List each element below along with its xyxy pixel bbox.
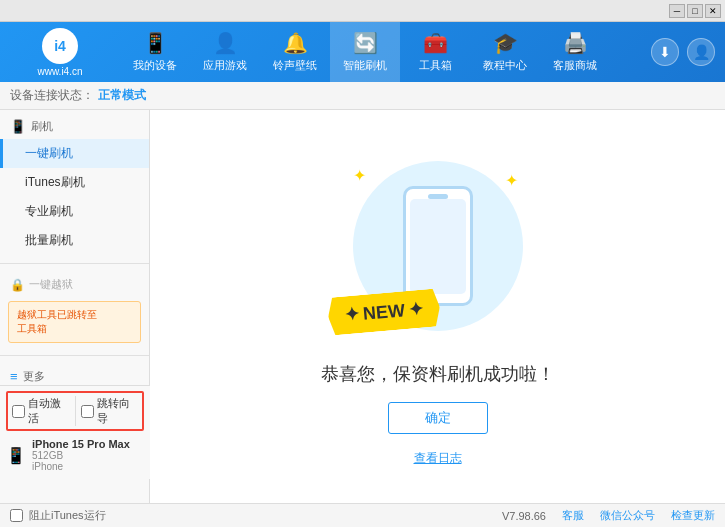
sidebar-item-one-key-flash[interactable]: 一键刷机 [0, 139, 149, 168]
version-label: V7.98.66 [502, 510, 546, 522]
main-layout: 📱 刷机 一键刷机 iTunes刷机 专业刷机 批量刷机 🔒 一键越狱 [0, 110, 725, 503]
wechat-link[interactable]: 微信公众号 [600, 508, 655, 523]
sidebar: 📱 刷机 一键刷机 iTunes刷机 专业刷机 批量刷机 🔒 一键越狱 [0, 110, 150, 503]
nav-toolbox-label: 工具箱 [419, 58, 452, 73]
service-icon: 🖨️ [563, 31, 588, 55]
tutorial-icon: 🎓 [493, 31, 518, 55]
device-name: iPhone 15 Pro Max [32, 438, 130, 450]
nav-apps-games[interactable]: 👤 应用游戏 [190, 22, 260, 82]
footer: 阻止iTunes运行 V7.98.66 客服 微信公众号 检查更新 [0, 503, 725, 527]
success-text: 恭喜您，保资料刷机成功啦！ [321, 362, 555, 386]
status-bar: 设备连接状态： 正常模式 [0, 82, 725, 110]
phone-screen [410, 199, 466, 294]
itunes-flash-label: iTunes刷机 [25, 175, 85, 189]
phone-illustration: ✦ ✦ ✦ NEW ✦ [338, 146, 538, 346]
checkbox-row: 自动激活 跳转向导 [6, 391, 144, 431]
nav-service[interactable]: 🖨️ 客服商城 [540, 22, 610, 82]
nav-smart-flash-label: 智能刷机 [343, 58, 387, 73]
flash-section-icon: 📱 [10, 119, 26, 134]
jailbreak-note: 越狱工具已跳转至工具箱 [8, 301, 141, 343]
maximize-button[interactable]: □ [687, 4, 703, 18]
one-key-flash-label: 一键刷机 [25, 146, 73, 160]
divider-2 [0, 355, 149, 356]
block-itunes-checkbox[interactable] [10, 509, 23, 522]
smart-flash-icon: 🔄 [353, 31, 378, 55]
status-label: 设备连接状态： [10, 87, 94, 104]
close-button[interactable]: ✕ [705, 4, 721, 18]
new-badge-text: NEW [362, 300, 406, 325]
nav-ringtones-label: 铃声壁纸 [273, 58, 317, 73]
nav-smart-flash[interactable]: 🔄 智能刷机 [330, 22, 400, 82]
block-itunes-label: 阻止iTunes运行 [29, 508, 106, 523]
flash-section-label: 刷机 [31, 119, 53, 134]
nav-bar: 📱 我的设备 👤 应用游戏 🔔 铃声壁纸 🔄 智能刷机 🧰 工具箱 🎓 教程中心… [120, 22, 651, 82]
jailbreak-section: 🔒 一键越狱 越狱工具已跳转至工具箱 [0, 268, 149, 351]
more-section-label: 更多 [23, 369, 45, 384]
success-area: ✦ ✦ ✦ NEW ✦ 恭喜您，保资料刷机成功啦！ 确定 查看日志 [321, 146, 555, 467]
sidebar-item-itunes-flash[interactable]: iTunes刷机 [0, 168, 149, 197]
check-update-link[interactable]: 检查更新 [671, 508, 715, 523]
minimize-button[interactable]: ─ [669, 4, 685, 18]
toolbox-icon: 🧰 [423, 31, 448, 55]
nav-my-device-label: 我的设备 [133, 58, 177, 73]
auto-activate-checkbox[interactable] [12, 405, 25, 418]
nav-tutorial[interactable]: 🎓 教程中心 [470, 22, 540, 82]
nav-service-label: 客服商城 [553, 58, 597, 73]
device-phone-icon: 📱 [6, 446, 26, 465]
pro-flash-label: 专业刷机 [25, 204, 73, 218]
sidebar-item-batch-flash[interactable]: 批量刷机 [0, 226, 149, 255]
batch-flash-label: 批量刷机 [25, 233, 73, 247]
customer-service-link[interactable]: 客服 [562, 508, 584, 523]
redirect-label[interactable]: 跳转向导 [75, 396, 138, 426]
ringtones-icon: 🔔 [283, 31, 308, 55]
user-button[interactable]: 👤 [687, 38, 715, 66]
header-right: ⬇ 👤 [651, 38, 725, 66]
jailbreak-section-header: 🔒 一键越狱 [0, 272, 149, 297]
my-device-icon: 📱 [143, 31, 168, 55]
logo-area: i4 www.i4.cn [0, 28, 120, 77]
lock-icon: 🔒 [10, 278, 25, 292]
nav-my-device[interactable]: 📱 我的设备 [120, 22, 190, 82]
redirect-checkbox[interactable] [81, 405, 94, 418]
footer-right: V7.98.66 客服 微信公众号 检查更新 [502, 508, 715, 523]
flash-section-header: 📱 刷机 [0, 114, 149, 139]
nav-tutorial-label: 教程中心 [483, 58, 527, 73]
more-section-icon: ≡ [10, 369, 18, 384]
device-type: iPhone [32, 461, 130, 472]
device-info: 📱 iPhone 15 Pro Max 512GB iPhone [6, 436, 144, 474]
nav-apps-games-label: 应用游戏 [203, 58, 247, 73]
sidebar-item-pro-flash[interactable]: 专业刷机 [0, 197, 149, 226]
logo-subtitle: www.i4.cn [37, 66, 82, 77]
log-link[interactable]: 查看日志 [414, 450, 462, 467]
content-area: ✦ ✦ ✦ NEW ✦ 恭喜您，保资料刷机成功啦！ 确定 查看日志 [150, 110, 725, 503]
nav-toolbox[interactable]: 🧰 工具箱 [400, 22, 470, 82]
sparkle-right-icon: ✦ [505, 171, 518, 190]
divider-1 [0, 263, 149, 264]
status-value: 正常模式 [98, 87, 146, 104]
sparkle-left-icon: ✦ [353, 166, 366, 185]
apps-games-icon: 👤 [213, 31, 238, 55]
header: i4 www.i4.cn 📱 我的设备 👤 应用游戏 🔔 铃声壁纸 🔄 智能刷机… [0, 22, 725, 82]
auto-activate-label[interactable]: 自动激活 [12, 396, 69, 426]
jailbreak-label: 一键越狱 [29, 277, 73, 292]
flash-section: 📱 刷机 一键刷机 iTunes刷机 专业刷机 批量刷机 [0, 110, 149, 259]
phone-notch [428, 194, 448, 199]
device-bottom-area: 自动激活 跳转向导 📱 iPhone 15 Pro Max 512GB iPho… [0, 385, 150, 479]
device-storage: 512GB [32, 450, 130, 461]
logo-icon: i4 [42, 28, 78, 64]
phone-body [403, 186, 473, 306]
footer-left: 阻止iTunes运行 [10, 508, 106, 523]
titlebar: ─ □ ✕ [0, 0, 725, 22]
download-button[interactable]: ⬇ [651, 38, 679, 66]
device-details: iPhone 15 Pro Max 512GB iPhone [32, 438, 130, 472]
nav-ringtones[interactable]: 🔔 铃声壁纸 [260, 22, 330, 82]
confirm-button[interactable]: 确定 [388, 402, 488, 434]
